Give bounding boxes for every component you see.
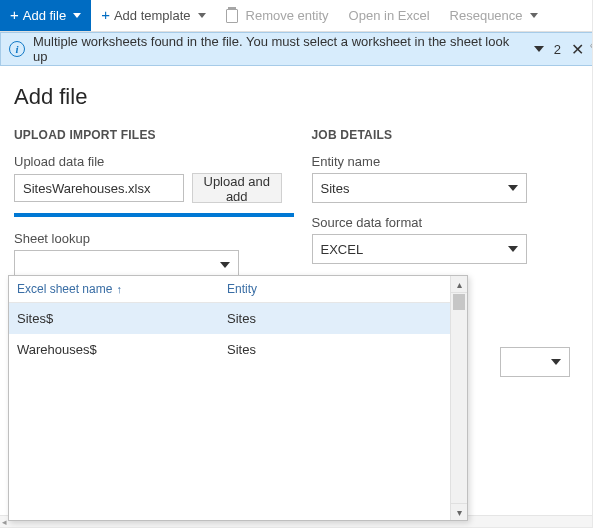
info-bar: i Multiple worksheets found in the file.… [0,32,593,66]
chevron-down-icon[interactable] [534,46,544,52]
upload-add-button[interactable]: Upload and add [192,173,282,203]
source-format-select[interactable]: EXCEL [312,234,527,264]
content: Add file UPLOAD IMPORT FILES Upload data… [0,66,593,305]
close-icon[interactable]: ✕ [571,40,584,59]
chevron-down-icon [530,13,538,18]
sort-asc-icon: ↑ [116,283,122,295]
dropdown-row[interactable]: Warehouses$ Sites [9,334,467,365]
upload-file-label: Upload data file [14,154,282,169]
plus-icon: + [101,7,110,22]
chevron-down-icon [508,246,518,252]
source-format-value: EXCEL [321,242,364,257]
add-template-button[interactable]: + Add template [91,0,215,31]
sheet-lookup-label: Sheet lookup [14,231,282,246]
scroll-thumb[interactable] [453,294,465,310]
chevron-down-icon [220,262,230,268]
job-heading: JOB DETAILS [312,128,580,142]
upload-heading: UPLOAD IMPORT FILES [14,128,282,142]
chevron-down-icon [198,13,206,18]
entity-name-label: Entity name [312,154,580,169]
source-format-label: Source data format [312,215,580,230]
resequence-label: Resequence [450,8,523,23]
dropdown-col-entity[interactable]: Entity [227,282,459,296]
row-entity: Sites [227,342,459,357]
dropdown-rows: Sites$ Sites Warehouses$ Sites [9,303,467,520]
chevron-down-icon [73,13,81,18]
scroll-down-icon[interactable]: ▾ [451,503,467,520]
upload-progress [14,213,294,217]
toolbar: + Add file + Add template Remove entity … [0,0,593,32]
remove-entity-button: Remove entity [216,0,339,31]
upload-file-input[interactable] [14,174,184,202]
info-message: Multiple worksheets found in the file. Y… [33,34,526,64]
upload-section: UPLOAD IMPORT FILES Upload data file Upl… [14,128,282,287]
open-excel-button: Open in Excel [339,0,440,31]
open-excel-label: Open in Excel [349,8,430,23]
right-edge-mark: ‹ [590,40,593,51]
add-file-label: Add file [23,8,66,23]
dropdown-col-sheet[interactable]: Excel sheet name ↑ [17,282,227,296]
chevron-down-icon [508,185,518,191]
page-title: Add file [14,84,579,110]
row-entity: Sites [227,311,459,326]
entity-name-select[interactable]: Sites [312,173,527,203]
dropdown-row[interactable]: Sites$ Sites [9,303,467,334]
job-details-section: JOB DETAILS Entity name Sites Source dat… [312,128,580,287]
info-count: 2 [554,42,561,57]
add-template-label: Add template [114,8,191,23]
add-file-button[interactable]: + Add file [0,0,91,31]
dropdown-scrollbar[interactable]: ▴ ▾ [450,276,467,520]
remove-entity-label: Remove entity [246,8,329,23]
sheet-lookup-dropdown: Excel sheet name ↑ Entity Sites$ Sites W… [8,275,468,521]
chevron-down-icon [551,359,561,365]
row-sheet: Warehouses$ [17,342,227,357]
plus-icon: + [10,7,19,22]
row-sheet: Sites$ [17,311,227,326]
secondary-select[interactable] [500,347,570,377]
entity-name-value: Sites [321,181,350,196]
scroll-up-icon[interactable]: ▴ [451,276,467,293]
dropdown-header: Excel sheet name ↑ Entity [9,276,467,303]
trash-icon [226,9,238,23]
info-actions: 2 ✕ [534,40,584,59]
info-icon: i [9,41,25,57]
resequence-button[interactable]: Resequence [440,0,548,31]
